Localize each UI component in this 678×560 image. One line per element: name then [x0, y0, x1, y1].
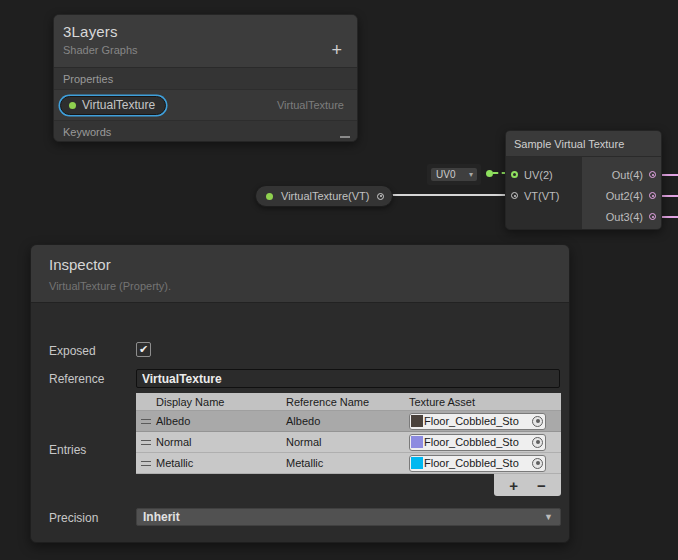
output-row-out: Out(4): [582, 164, 661, 185]
reference-input[interactable]: [136, 369, 560, 388]
uv-input-label: UV(2): [524, 169, 553, 181]
property-pill-virtualtexture[interactable]: VirtualTexture: [60, 96, 166, 115]
vt-input-port-icon[interactable]: [511, 192, 518, 199]
output-row-out2: Out2(4): [582, 185, 661, 206]
add-entry-button[interactable]: +: [505, 478, 522, 493]
entry-reference-name: Metallic: [286, 457, 409, 469]
texture-asset-name: Floor_Cobbled_Sto: [424, 415, 531, 427]
node-output-column: Out(4) Out2(4) Out3(4): [582, 157, 661, 230]
uv-channel-dropdown[interactable]: UV0 ▾: [431, 168, 477, 181]
precision-dropdown[interactable]: Inherit ▼: [136, 508, 561, 526]
out-port-icon[interactable]: [649, 171, 656, 178]
texture-asset-field-metallic[interactable]: Floor_Cobbled_Sto: [409, 455, 546, 472]
entries-table: Display Name Reference Name Texture Asse…: [136, 393, 561, 496]
reference-label: Reference: [49, 372, 104, 386]
entry-row-albedo[interactable]: Albedo Albedo Floor_Cobbled_Sto: [136, 411, 561, 432]
out-label: Out(4): [612, 169, 643, 181]
vt-output-port-icon[interactable]: [377, 193, 384, 200]
entries-table-footer: + −: [494, 474, 561, 496]
uv-input-port-icon[interactable]: [511, 171, 518, 178]
graph-title: 3Layers: [63, 23, 347, 40]
blackboard-header: 3Layers Shader Graphs +: [54, 15, 357, 68]
virtualtexture-property-node[interactable]: VirtualTexture(VT): [255, 185, 393, 207]
property-row-virtualtexture: VirtualTexture VirtualTexture: [54, 90, 357, 121]
column-display-name: Display Name: [156, 396, 286, 408]
uv-default-dot-icon: [486, 170, 493, 177]
properties-section-header[interactable]: Properties: [54, 68, 357, 90]
uv-channel-widget: UV0 ▾: [427, 164, 481, 185]
property-color-dot-icon: [266, 193, 273, 200]
blackboard-panel[interactable]: 3Layers Shader Graphs + Properties Virtu…: [53, 14, 358, 142]
keywords-section-header[interactable]: Keywords: [54, 121, 357, 142]
edge-virtualtexture-to-vt[interactable]: [384, 194, 510, 196]
out3-port-icon[interactable]: [649, 213, 656, 220]
texture-thumbnail: [411, 436, 423, 448]
entry-display-name: Metallic: [156, 457, 286, 469]
checkmark-icon: ✔: [139, 344, 148, 355]
input-row-vt: VT(VT): [506, 185, 582, 206]
inspector-title: Inspector: [49, 256, 569, 273]
drag-handle-icon[interactable]: [141, 461, 151, 466]
entry-display-name: Albedo: [156, 415, 286, 427]
properties-section-label: Properties: [63, 73, 113, 85]
property-color-dot-icon: [69, 102, 76, 109]
graph-subtitle: Shader Graphs: [63, 44, 347, 56]
entry-display-name: Normal: [156, 436, 286, 448]
texture-thumbnail: [411, 457, 423, 469]
add-property-button[interactable]: +: [331, 41, 342, 59]
precision-value: Inherit: [143, 510, 180, 524]
texture-asset-field-normal[interactable]: Floor_Cobbled_Sto: [409, 434, 546, 451]
precision-label: Precision: [49, 511, 98, 525]
shader-graph-window: 3Layers Shader Graphs + Properties Virtu…: [0, 0, 678, 560]
texture-asset-name: Floor_Cobbled_Sto: [424, 457, 531, 469]
output-row-out3: Out3(4): [582, 206, 661, 227]
input-row-uv: UV(2): [506, 164, 582, 185]
chevron-down-icon: ▾: [469, 171, 473, 179]
remove-entry-button[interactable]: −: [533, 478, 550, 493]
keywords-section-label: Keywords: [63, 126, 111, 138]
object-picker-icon[interactable]: [532, 437, 543, 448]
uv-channel-value: UV0: [436, 169, 455, 180]
node-body: UV(2) VT(VT) Out(4) Out2(4) Out3(4): [506, 157, 661, 230]
property-pill-label: VirtualTexture: [82, 98, 155, 112]
inspector-header: Inspector VirtualTexture (Property).: [31, 245, 569, 303]
entry-reference-name: Normal: [286, 436, 409, 448]
object-picker-icon[interactable]: [532, 458, 543, 469]
out2-label: Out2(4): [606, 190, 643, 202]
drag-handle-icon[interactable]: [141, 419, 151, 424]
node-title: Sample Virtual Texture: [506, 131, 661, 157]
property-node-label: VirtualTexture(VT): [281, 190, 369, 202]
texture-asset-field-albedo[interactable]: Floor_Cobbled_Sto: [409, 413, 546, 430]
object-picker-icon[interactable]: [532, 416, 543, 427]
vt-input-label: VT(VT): [524, 190, 559, 202]
texture-thumbnail: [411, 415, 423, 427]
inspector-subtitle: VirtualTexture (Property).: [49, 280, 569, 292]
exposed-checkbox[interactable]: ✔: [136, 342, 151, 357]
node-input-column: UV(2) VT(VT): [506, 157, 582, 230]
entries-table-header: Display Name Reference Name Texture Asse…: [136, 393, 561, 411]
inspector-panel: Inspector VirtualTexture (Property). Exp…: [30, 244, 570, 543]
entries-label: Entries: [49, 443, 86, 457]
texture-asset-name: Floor_Cobbled_Sto: [424, 436, 531, 448]
entry-row-normal[interactable]: Normal Normal Floor_Cobbled_Sto: [136, 432, 561, 453]
column-reference-name: Reference Name: [286, 396, 409, 408]
blackboard-resize-handle[interactable]: [340, 136, 350, 138]
chevron-down-icon: ▼: [544, 513, 553, 522]
entry-reference-name: Albedo: [286, 415, 409, 427]
out3-label: Out3(4): [606, 211, 643, 223]
column-texture-asset: Texture Asset: [409, 396, 475, 408]
property-type-label: VirtualTexture: [277, 99, 344, 111]
entry-row-metallic[interactable]: Metallic Metallic Floor_Cobbled_Sto: [136, 453, 561, 474]
sample-virtual-texture-node[interactable]: Sample Virtual Texture UV(2) VT(VT) Out(…: [505, 130, 662, 230]
drag-handle-icon[interactable]: [141, 440, 151, 445]
out2-port-icon[interactable]: [649, 192, 656, 199]
exposed-label: Exposed: [49, 344, 96, 358]
